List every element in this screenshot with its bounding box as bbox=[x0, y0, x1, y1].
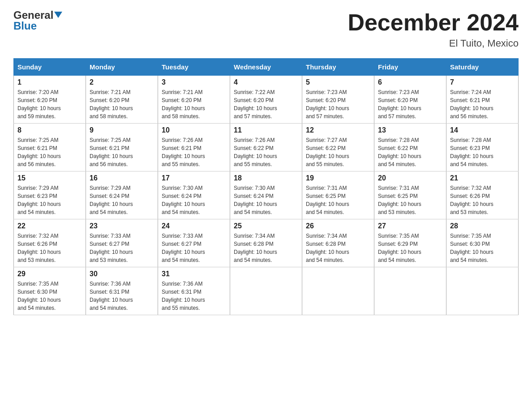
day-info: Sunrise: 7:35 AMSunset: 6:30 PMDaylight:… bbox=[17, 280, 82, 312]
day-number: 23 bbox=[90, 222, 154, 230]
day-number: 26 bbox=[306, 222, 370, 230]
calendar-cell: 22Sunrise: 7:32 AMSunset: 6:26 PMDayligh… bbox=[14, 219, 86, 267]
location-title: El Tuito, Mexico bbox=[348, 38, 519, 49]
day-info: Sunrise: 7:31 AMSunset: 6:25 PMDaylight:… bbox=[378, 184, 442, 216]
day-number: 1 bbox=[17, 78, 82, 86]
calendar-cell: 21Sunrise: 7:32 AMSunset: 6:26 PMDayligh… bbox=[446, 171, 519, 219]
calendar-cell: 18Sunrise: 7:30 AMSunset: 6:24 PMDayligh… bbox=[230, 171, 302, 219]
day-info: Sunrise: 7:32 AMSunset: 6:26 PMDaylight:… bbox=[450, 184, 515, 216]
day-of-week-header: Thursday bbox=[302, 59, 374, 76]
day-number: 19 bbox=[306, 174, 370, 182]
calendar-week-row: 15Sunrise: 7:29 AMSunset: 6:23 PMDayligh… bbox=[14, 171, 519, 219]
day-of-week-header: Saturday bbox=[446, 59, 519, 76]
day-info: Sunrise: 7:26 AMSunset: 6:22 PMDaylight:… bbox=[234, 136, 298, 168]
calendar-cell: 8Sunrise: 7:25 AMSunset: 6:21 PMDaylight… bbox=[14, 124, 86, 171]
day-info: Sunrise: 7:34 AMSunset: 6:28 PMDaylight:… bbox=[306, 232, 370, 264]
day-number: 24 bbox=[162, 222, 226, 230]
day-info: Sunrise: 7:27 AMSunset: 6:22 PMDaylight:… bbox=[306, 136, 370, 168]
day-number: 16 bbox=[90, 174, 154, 182]
day-info: Sunrise: 7:23 AMSunset: 6:20 PMDaylight:… bbox=[378, 88, 442, 120]
calendar-cell: 29Sunrise: 7:35 AMSunset: 6:30 PMDayligh… bbox=[14, 267, 86, 315]
day-number: 27 bbox=[378, 222, 442, 230]
day-info: Sunrise: 7:28 AMSunset: 6:22 PMDaylight:… bbox=[378, 136, 442, 168]
calendar-cell: 31Sunrise: 7:36 AMSunset: 6:31 PMDayligh… bbox=[158, 267, 230, 315]
day-number: 9 bbox=[90, 126, 154, 134]
day-number: 11 bbox=[234, 126, 298, 134]
day-info: Sunrise: 7:33 AMSunset: 6:27 PMDaylight:… bbox=[162, 232, 226, 264]
calendar-cell: 10Sunrise: 7:26 AMSunset: 6:21 PMDayligh… bbox=[158, 124, 230, 171]
calendar-cell: 20Sunrise: 7:31 AMSunset: 6:25 PMDayligh… bbox=[374, 171, 446, 219]
day-of-week-header: Tuesday bbox=[158, 59, 230, 76]
day-number: 25 bbox=[234, 222, 298, 230]
day-number: 4 bbox=[234, 78, 298, 86]
calendar-cell: 13Sunrise: 7:28 AMSunset: 6:22 PMDayligh… bbox=[374, 124, 446, 171]
day-info: Sunrise: 7:25 AMSunset: 6:21 PMDaylight:… bbox=[17, 136, 82, 168]
day-info: Sunrise: 7:34 AMSunset: 6:28 PMDaylight:… bbox=[234, 232, 298, 264]
day-number: 18 bbox=[234, 174, 298, 182]
calendar-week-row: 22Sunrise: 7:32 AMSunset: 6:26 PMDayligh… bbox=[14, 219, 519, 267]
logo: General Blue bbox=[13, 9, 62, 32]
calendar-table: SundayMondayTuesdayWednesdayThursdayFrid… bbox=[13, 58, 519, 315]
calendar-week-row: 1Sunrise: 7:20 AMSunset: 6:20 PMDaylight… bbox=[14, 76, 519, 124]
day-number: 5 bbox=[306, 78, 370, 86]
day-info: Sunrise: 7:29 AMSunset: 6:24 PMDaylight:… bbox=[90, 184, 154, 216]
day-info: Sunrise: 7:23 AMSunset: 6:20 PMDaylight:… bbox=[306, 88, 370, 120]
month-title: December 2024 bbox=[348, 9, 519, 36]
calendar-week-row: 8Sunrise: 7:25 AMSunset: 6:21 PMDaylight… bbox=[14, 124, 519, 171]
day-info: Sunrise: 7:33 AMSunset: 6:27 PMDaylight:… bbox=[90, 232, 154, 264]
day-info: Sunrise: 7:31 AMSunset: 6:25 PMDaylight:… bbox=[306, 184, 370, 216]
calendar-cell: 17Sunrise: 7:30 AMSunset: 6:24 PMDayligh… bbox=[158, 171, 230, 219]
day-info: Sunrise: 7:30 AMSunset: 6:24 PMDaylight:… bbox=[234, 184, 298, 216]
day-number: 21 bbox=[450, 174, 515, 182]
calendar-week-row: 29Sunrise: 7:35 AMSunset: 6:30 PMDayligh… bbox=[14, 267, 519, 315]
calendar-cell: 30Sunrise: 7:36 AMSunset: 6:31 PMDayligh… bbox=[86, 267, 158, 315]
calendar-cell: 2Sunrise: 7:21 AMSunset: 6:20 PMDaylight… bbox=[86, 76, 158, 124]
calendar-cell: 14Sunrise: 7:28 AMSunset: 6:23 PMDayligh… bbox=[446, 124, 519, 171]
calendar-cell: 11Sunrise: 7:26 AMSunset: 6:22 PMDayligh… bbox=[230, 124, 302, 171]
day-of-week-header: Sunday bbox=[14, 59, 86, 76]
calendar-cell: 26Sunrise: 7:34 AMSunset: 6:28 PMDayligh… bbox=[302, 219, 374, 267]
day-info: Sunrise: 7:22 AMSunset: 6:20 PMDaylight:… bbox=[234, 88, 298, 120]
day-number: 15 bbox=[17, 174, 82, 182]
day-number: 10 bbox=[162, 126, 226, 134]
calendar-cell bbox=[230, 267, 302, 315]
svg-marker-0 bbox=[54, 12, 62, 18]
calendar-cell: 3Sunrise: 7:21 AMSunset: 6:20 PMDaylight… bbox=[158, 76, 230, 124]
day-info: Sunrise: 7:30 AMSunset: 6:24 PMDaylight:… bbox=[162, 184, 226, 216]
calendar-cell: 23Sunrise: 7:33 AMSunset: 6:27 PMDayligh… bbox=[86, 219, 158, 267]
day-info: Sunrise: 7:20 AMSunset: 6:20 PMDaylight:… bbox=[17, 88, 82, 120]
day-of-week-header: Monday bbox=[86, 59, 158, 76]
logo-blue-text: Blue bbox=[13, 20, 37, 32]
calendar-cell: 5Sunrise: 7:23 AMSunset: 6:20 PMDaylight… bbox=[302, 76, 374, 124]
day-info: Sunrise: 7:36 AMSunset: 6:31 PMDaylight:… bbox=[90, 280, 154, 312]
calendar-cell: 16Sunrise: 7:29 AMSunset: 6:24 PMDayligh… bbox=[86, 171, 158, 219]
calendar-cell: 12Sunrise: 7:27 AMSunset: 6:22 PMDayligh… bbox=[302, 124, 374, 171]
calendar-cell bbox=[374, 267, 446, 315]
day-number: 3 bbox=[162, 78, 226, 86]
day-info: Sunrise: 7:29 AMSunset: 6:23 PMDaylight:… bbox=[17, 184, 82, 216]
day-of-week-header: Wednesday bbox=[230, 59, 302, 76]
day-number: 20 bbox=[378, 174, 442, 182]
day-number: 29 bbox=[17, 270, 82, 278]
day-info: Sunrise: 7:35 AMSunset: 6:30 PMDaylight:… bbox=[450, 232, 515, 264]
day-info: Sunrise: 7:21 AMSunset: 6:20 PMDaylight:… bbox=[162, 88, 226, 120]
calendar-cell: 19Sunrise: 7:31 AMSunset: 6:25 PMDayligh… bbox=[302, 171, 374, 219]
calendar-cell: 24Sunrise: 7:33 AMSunset: 6:27 PMDayligh… bbox=[158, 219, 230, 267]
calendar-cell bbox=[302, 267, 374, 315]
day-number: 28 bbox=[450, 222, 515, 230]
calendar-cell bbox=[446, 267, 519, 315]
calendar-cell: 27Sunrise: 7:35 AMSunset: 6:29 PMDayligh… bbox=[374, 219, 446, 267]
day-info: Sunrise: 7:35 AMSunset: 6:29 PMDaylight:… bbox=[378, 232, 442, 264]
day-number: 6 bbox=[378, 78, 442, 86]
calendar-cell: 25Sunrise: 7:34 AMSunset: 6:28 PMDayligh… bbox=[230, 219, 302, 267]
day-info: Sunrise: 7:25 AMSunset: 6:21 PMDaylight:… bbox=[90, 136, 154, 168]
day-number: 14 bbox=[450, 126, 515, 134]
day-number: 12 bbox=[306, 126, 370, 134]
day-number: 8 bbox=[17, 126, 82, 134]
page-header: General Blue December 2024 El Tuito, Mex… bbox=[13, 9, 519, 49]
calendar-cell: 4Sunrise: 7:22 AMSunset: 6:20 PMDaylight… bbox=[230, 76, 302, 124]
day-number: 2 bbox=[90, 78, 154, 86]
day-info: Sunrise: 7:36 AMSunset: 6:31 PMDaylight:… bbox=[162, 280, 226, 312]
calendar-cell: 1Sunrise: 7:20 AMSunset: 6:20 PMDaylight… bbox=[14, 76, 86, 124]
day-number: 7 bbox=[450, 78, 515, 86]
